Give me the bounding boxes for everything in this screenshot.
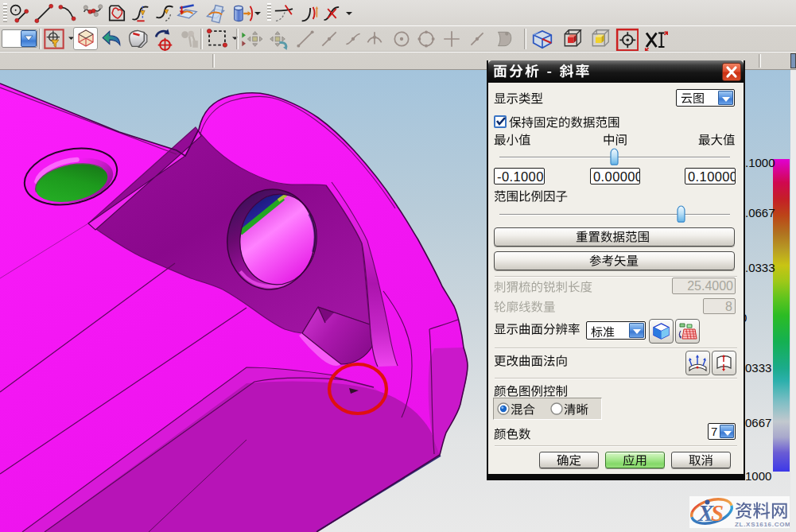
svg-text:S: S: [711, 500, 724, 526]
svg-text:ZL.XS1616.COM: ZL.XS1616.COM: [735, 521, 790, 528]
